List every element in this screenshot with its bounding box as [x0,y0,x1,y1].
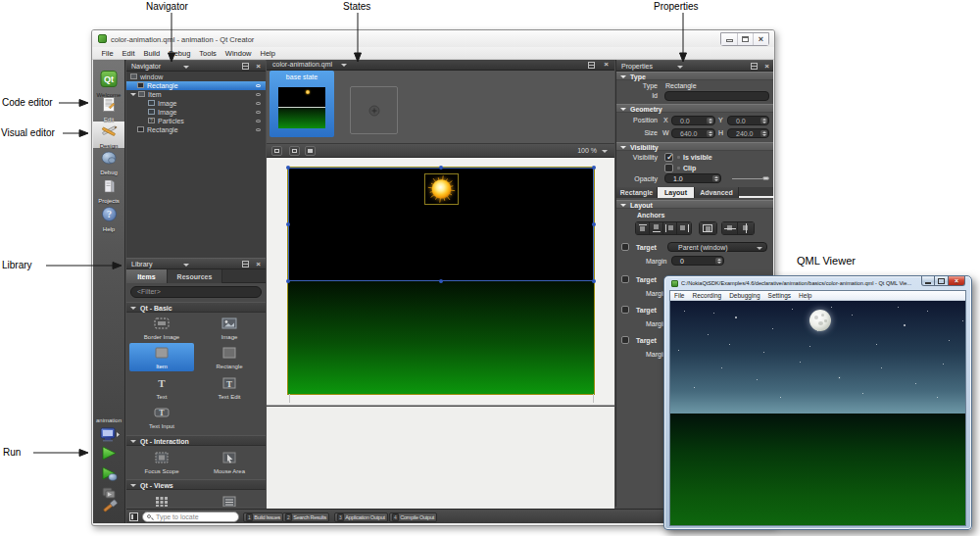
menu-edit[interactable]: Edit [118,49,139,58]
selection-handle[interactable] [286,279,290,283]
mode-welcome[interactable]: Qt Welcome [93,71,124,98]
clip-checkbox[interactable] [664,164,673,172]
creator-titlebar[interactable]: color-animation.qml - animation - Qt Cre… [92,30,774,47]
navigator-close-icon[interactable]: × [256,62,261,71]
is-visible-checkbox[interactable] [664,153,673,162]
visibility-eye-icon[interactable] [256,111,261,115]
anchor-fill-button[interactable] [700,222,716,234]
output-pane-search-results[interactable]: 2 Search Results [282,512,329,522]
library-item-grid-view[interactable] [129,492,194,507]
form-editor-canvas[interactable] [267,158,614,406]
menu-window[interactable]: Window [220,49,256,58]
visibility-eye-icon[interactable] [256,102,261,106]
library-item-text-edit[interactable]: T Text Edit [197,373,262,402]
visibility-eye-icon[interactable] [256,93,261,97]
viewer-menu-help[interactable]: Help [795,292,815,299]
anchor-target-checkbox[interactable] [621,275,629,283]
selection-handle[interactable] [286,222,290,226]
anchor-vcenter-button[interactable] [722,222,738,234]
visibility-eye-icon[interactable] [256,84,261,88]
navigator-dropdown-icon[interactable] [183,66,189,69]
section-type[interactable]: Type [616,72,773,80]
marquee-tool-button[interactable] [289,146,300,156]
anchor-top-button[interactable] [636,222,650,234]
menu-debug[interactable]: Debug [165,49,195,58]
properties-close-icon[interactable]: × [764,62,769,71]
add-state-button[interactable] [350,86,398,134]
library-filter-input[interactable]: <Filter> [130,286,262,298]
tab-rectangle[interactable]: Rectangle [616,187,658,198]
creator-minimize-button[interactable] [721,33,737,45]
mode-debug[interactable]: Debug [93,151,124,175]
sidebar-toggle-button[interactable] [129,512,138,521]
editor-close-icon[interactable]: × [604,60,609,69]
library-item-item[interactable]: Item [129,343,194,371]
section-geometry[interactable]: Geometry [616,104,773,113]
build-button[interactable] [101,499,118,519]
viewer-menu-file[interactable]: File [670,292,688,299]
library-item-image[interactable]: Image [197,314,262,342]
expander-icon[interactable] [130,93,136,96]
run-button[interactable] [102,446,117,464]
visibility-eye-icon[interactable] [256,128,261,132]
tab-advanced[interactable]: Advanced [695,187,739,198]
selection-handle[interactable] [592,222,596,226]
anchor-bottom-button[interactable] [650,222,663,234]
opacity-spinbox[interactable]: 1.0 [664,173,721,183]
anchor-target-checkbox[interactable] [621,243,629,251]
base-state-card[interactable]: base state [270,71,334,137]
navigator-item-window[interactable]: window [126,73,266,81]
navigator-item-rectangle2[interactable]: Rectangle [126,125,266,134]
library-header[interactable]: Library × [126,258,266,269]
library-section-basic[interactable]: Qt - Basic [126,302,266,313]
library-item-rectangle[interactable]: Rectangle [197,343,262,371]
mode-projects[interactable]: Projects [93,179,124,204]
anchor-target-checkbox[interactable] [621,306,629,314]
library-item-mouse-area[interactable]: Mouse Area [197,448,262,476]
creator-maximize-button[interactable] [737,33,753,45]
library-item-text[interactable]: T Text [129,373,194,402]
menu-tools[interactable]: Tools [195,49,221,58]
viewer-minimize-button[interactable] [921,276,935,286]
mode-design[interactable]: Design [93,123,124,149]
open-document-tab[interactable]: color-animation.qml [272,61,332,68]
library-close-icon[interactable]: × [256,260,261,268]
navigator-item-item[interactable]: Item [126,90,266,99]
x-spinbox[interactable]: 0.0 [671,116,715,125]
navigator-split-icon[interactable] [242,63,249,70]
selection-handle[interactable] [286,166,290,170]
navigator-item-particles[interactable]: ? Particles [126,117,266,125]
editor-split-icon[interactable] [588,62,595,69]
viewer-close-button[interactable]: × [949,276,965,286]
selection-handle[interactable] [592,279,596,283]
properties-split-icon[interactable] [751,63,758,70]
viewer-menu-recording[interactable]: Recording [688,292,725,299]
viewer-menu-settings[interactable]: Settings [764,292,796,299]
selection-handle[interactable] [592,166,596,170]
snap-tool-button[interactable] [305,146,316,156]
tab-layout[interactable]: Layout [658,187,695,198]
output-pane-application-output[interactable]: 3 Application Output [334,512,388,522]
locator-input[interactable]: Type to locate [142,512,239,522]
menu-help[interactable]: Help [256,49,279,58]
mode-edit[interactable]: Edit [93,97,124,122]
mode-help[interactable]: ? Help [93,207,124,232]
library-dropdown-icon[interactable] [183,264,189,267]
library-tab-resources[interactable]: Resources [168,269,222,283]
selection-tool-button[interactable] [271,146,282,156]
anchor-left-button[interactable] [663,222,677,234]
id-input[interactable] [664,91,769,101]
document-dropdown-icon[interactable] [341,64,347,67]
output-pane-compile-output[interactable]: 4 Compile Output [389,512,437,522]
anchor-target-checkbox[interactable] [621,336,629,344]
library-item-list-view[interactable] [197,492,262,507]
h-spinbox[interactable]: 240.0 [727,128,769,138]
margin-spinbox[interactable]: 0 [671,256,724,266]
navigator-item-rectangle-selected[interactable]: Rectangle [126,81,266,90]
creator-close-button[interactable]: × [753,33,768,45]
visibility-eye-icon[interactable] [256,120,261,123]
opacity-slider-handle[interactable] [762,176,769,180]
output-pane-build-issues[interactable]: 1 Build Issues [243,512,283,522]
menu-file[interactable]: File [97,49,118,58]
library-tab-items[interactable]: Items [126,269,168,283]
